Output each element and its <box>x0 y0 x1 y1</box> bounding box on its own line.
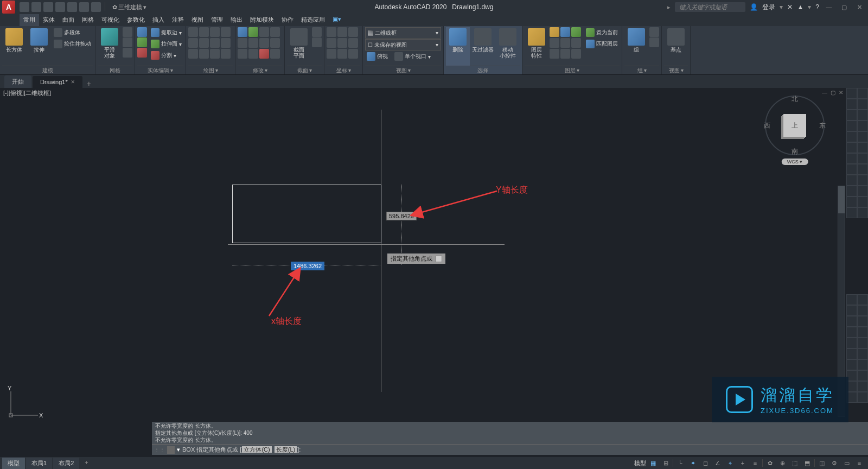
layer-props-button[interactable]: 图层 特性 <box>525 27 548 66</box>
rb-icon[interactable] <box>846 88 857 99</box>
rb-icon[interactable] <box>846 121 857 131</box>
rb-icon[interactable] <box>857 197 868 207</box>
drawing-area[interactable]: [-][俯视][二维线框] — ▢ ✕ 北 南 东 西 上 WCS ▾ 595.… <box>0 88 868 455</box>
menu-parametric[interactable]: 参数化 <box>123 14 149 26</box>
line-icon[interactable] <box>188 27 198 37</box>
helix-icon[interactable] <box>210 49 220 59</box>
array-icon[interactable] <box>248 49 258 59</box>
region-icon[interactable] <box>199 49 209 59</box>
ucs-icon[interactable] <box>337 27 347 37</box>
menu-manage[interactable]: 管理 <box>207 14 227 26</box>
qat-undo-icon[interactable] <box>79 2 89 12</box>
ucs-icon[interactable] <box>348 49 358 59</box>
clean-icon[interactable]: ▭ <box>841 458 852 468</box>
rb-icon[interactable] <box>857 131 868 142</box>
tab-model[interactable]: 模型 <box>2 458 25 469</box>
view-cube[interactable]: 北 南 东 西 上 WCS ▾ <box>765 96 825 155</box>
search-input[interactable]: 键入关键字或短语 <box>675 2 745 12</box>
visual-style-dropdown[interactable]: ▦ 二维线框▾ <box>365 27 441 39</box>
menu-solid[interactable]: 实体 <box>39 14 59 26</box>
menu-visualize[interactable]: 可视化 <box>98 14 123 26</box>
rb-icon[interactable] <box>846 175 857 186</box>
stretch-icon[interactable] <box>259 27 269 37</box>
layer-icon[interactable] <box>550 49 559 59</box>
rb-icon[interactable] <box>857 142 868 153</box>
smooth-button[interactable]: 平滑 对象 <box>98 27 122 66</box>
rb-icon[interactable] <box>857 121 868 131</box>
annomon-icon[interactable]: ⊕ <box>777 458 788 468</box>
menu-addins[interactable]: 附加模块 <box>246 14 278 26</box>
single-vp-button[interactable]: 单个视口 ▾ <box>393 51 432 62</box>
rb-icon[interactable] <box>846 110 857 121</box>
rb-icon[interactable] <box>846 338 857 348</box>
tab-layout1[interactable]: 布局1 <box>26 458 52 469</box>
group-icon[interactable] <box>649 27 659 37</box>
solid-icon[interactable] <box>137 48 147 58</box>
units-icon[interactable]: ⬚ <box>789 458 800 468</box>
saved-view-dropdown[interactable]: ☐ 未保存的视图▾ <box>365 39 441 50</box>
mirror-icon[interactable] <box>238 38 247 48</box>
rb-icon[interactable] <box>857 381 868 392</box>
cart-icon[interactable]: ▲ <box>797 3 803 11</box>
ellipse-icon[interactable] <box>199 38 209 48</box>
trim-icon[interactable] <box>259 38 269 48</box>
snap-toggle-icon[interactable]: ⊞ <box>660 458 671 468</box>
command-window[interactable]: 不允许零宽度的 长方体。 指定其他角点或 [立方体(C)/长度(L)]: 400… <box>152 422 868 455</box>
donut-icon[interactable] <box>221 49 231 59</box>
lweight-icon[interactable]: ≡ <box>750 458 761 468</box>
ucs-icon[interactable] <box>327 38 336 48</box>
menu-mesh[interactable]: 网格 <box>78 14 98 26</box>
rb-icon[interactable] <box>846 207 857 218</box>
layer-icon[interactable] <box>560 27 570 37</box>
hardware-icon[interactable]: ⚙ <box>829 458 840 468</box>
menu-home[interactable]: 常用 <box>20 14 39 26</box>
rotate-icon[interactable] <box>270 27 280 37</box>
erase-icon[interactable] <box>259 49 269 59</box>
rb-icon[interactable] <box>846 99 857 110</box>
qat-plot-icon[interactable] <box>67 2 77 12</box>
ucs-icon[interactable] <box>337 49 347 59</box>
viewport-label[interactable]: [-][俯视][二维线框] <box>3 89 51 97</box>
help-icon[interactable]: ? <box>815 3 819 11</box>
rb-icon[interactable] <box>846 131 857 142</box>
viewcube-top[interactable]: 上 <box>783 114 806 137</box>
presspull-button[interactable]: 按住并拖动 <box>52 39 93 49</box>
menu-insert[interactable]: 插入 <box>149 14 168 26</box>
osnap-icon[interactable]: ◻ <box>700 458 711 468</box>
extract-edge-button[interactable]: 提取边 ▾ <box>149 27 183 38</box>
menu-surface[interactable]: 曲面 <box>59 14 78 26</box>
box-button[interactable]: 长方体 <box>2 27 26 66</box>
rb-icon[interactable] <box>846 316 857 327</box>
copy-icon[interactable] <box>248 27 258 37</box>
otrack-icon[interactable]: ∠ <box>712 458 723 468</box>
menu-featured[interactable]: 精选应用 <box>297 14 329 26</box>
tab-add-button[interactable]: + <box>84 79 94 88</box>
rb-icon[interactable] <box>857 338 868 348</box>
rb-icon[interactable] <box>846 294 857 305</box>
no-filter-button[interactable]: 无过滤器 <box>471 27 495 66</box>
polysolid-button[interactable]: 多段体 <box>52 27 93 38</box>
tab-add-layout[interactable]: + <box>80 458 92 469</box>
rb-icon[interactable] <box>857 175 868 186</box>
ucs-icon[interactable]: X Y <box>5 388 43 422</box>
scale-icon[interactable] <box>248 38 258 48</box>
ucs-icon[interactable] <box>337 38 347 48</box>
section-plane-button[interactable]: 截面 平面 <box>287 27 311 66</box>
ucs-icon[interactable] <box>327 49 336 59</box>
mesh-icon[interactable] <box>123 48 132 58</box>
isoplane-icon[interactable]: ◫ <box>816 458 827 468</box>
workspace-icon[interactable]: ✿ <box>764 458 775 468</box>
status-model-label[interactable]: 模型 <box>634 459 646 467</box>
extrude-face-button[interactable]: 拉伸面 ▾ <box>149 39 183 49</box>
rb-icon[interactable] <box>857 327 868 338</box>
layer-icon[interactable] <box>550 38 559 48</box>
rb-icon[interactable] <box>846 142 857 153</box>
cmd-option-cube[interactable]: 立方体(C) <box>242 446 271 453</box>
dyninput-icon[interactable]: + <box>737 458 748 468</box>
layer-icon[interactable] <box>560 49 570 59</box>
rb-icon[interactable] <box>857 153 868 164</box>
point-icon[interactable] <box>188 49 198 59</box>
layer-icon[interactable] <box>560 38 570 48</box>
app-logo[interactable]: A <box>2 1 15 14</box>
menu-output[interactable]: 输出 <box>227 14 246 26</box>
